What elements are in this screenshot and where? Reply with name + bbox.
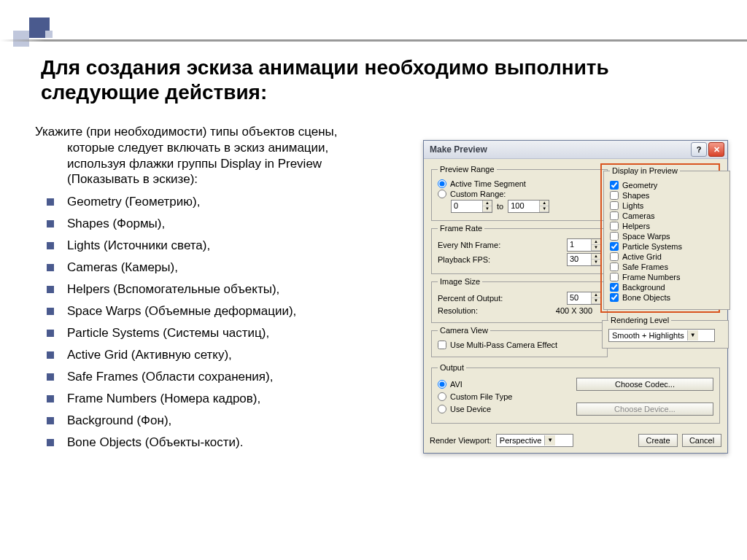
body-column: Укажите (при необходимости) типы объекто… (35, 124, 387, 457)
display-label: Safe Frames (622, 262, 668, 271)
display-item: Lights (610, 201, 724, 210)
display-item: Particle Systems (610, 242, 724, 251)
titlebar[interactable]: Make Preview ? ✕ (424, 141, 727, 159)
percent-output-input[interactable]: 50▲▼ (567, 292, 601, 305)
display-item: Shapes (610, 191, 724, 200)
display-checkbox[interactable] (610, 181, 619, 190)
camera-view-legend: Camera View (438, 326, 490, 335)
playback-fps-input[interactable]: 30▲▼ (567, 253, 601, 266)
resolution-label: Resolution: (438, 306, 478, 315)
range-to-input[interactable]: 100▲▼ (508, 200, 549, 213)
display-item: Helpers (610, 222, 724, 230)
choose-codec-button[interactable]: Choose Codec... (576, 378, 713, 391)
display-label: Bone Objects (622, 293, 670, 302)
output-avi-label: AVI (450, 380, 462, 389)
render-viewport-select[interactable]: Perspective ▼ (496, 434, 573, 447)
display-item: Background (610, 283, 724, 292)
rendering-level-group: Rendering Level Smooth + Highlights ▼ (602, 316, 729, 349)
create-button[interactable]: Create (638, 434, 678, 447)
resolution-value: 400 X 300 (556, 306, 601, 315)
bullet-item: Particle Systems (Системы частиц), (35, 326, 387, 341)
bullet-item: Bone Objects (Объекты-кости). (35, 435, 387, 450)
chevron-down-icon: ▼ (687, 330, 698, 341)
choose-device-button: Choose Device... (576, 402, 713, 416)
display-highlight-box: Display in Preview GeometryShapesLightsC… (600, 163, 720, 313)
display-checkbox[interactable] (610, 293, 619, 302)
display-in-preview-group: Display in Preview GeometryShapesLightsC… (603, 166, 730, 310)
rendering-level-select[interactable]: Smooth + Highlights ▼ (608, 329, 715, 342)
dialog-footer: Render Viewport: Perspective ▼ Create Ca… (424, 431, 727, 453)
display-label: Geometry (622, 181, 657, 190)
every-nth-label: Every Nth Frame: (438, 241, 500, 249)
preview-range-group: Preview Range Active Time Segment Custom… (431, 165, 608, 221)
display-item: Bone Objects (610, 293, 724, 302)
decor-square-small (45, 31, 53, 38)
output-device-label: Use Device (450, 405, 491, 413)
range-from-input[interactable]: 0▲▼ (451, 200, 492, 213)
display-label: Active Grid (622, 252, 662, 261)
multipass-label: Use Multi-Pass Camera Effect (450, 341, 557, 349)
bullet-item: Cameras (Камеры), (35, 260, 387, 275)
bullet-item: Lights (Источники света), (35, 238, 387, 253)
display-checkbox[interactable] (610, 222, 619, 230)
preview-range-legend: Preview Range (438, 165, 497, 174)
bullet-item: Helpers (Вспомогательные объекты), (35, 282, 387, 297)
camera-view-group: Camera View Use Multi-Pass Camera Effect (431, 326, 608, 357)
bullet-item: Shapes (Формы), (35, 217, 387, 231)
dialog-title: Make Preview (430, 144, 689, 155)
output-custom-label: Custom File Type (450, 392, 512, 401)
every-nth-input[interactable]: 1▲▼ (567, 238, 601, 252)
close-button[interactable]: ✕ (708, 142, 724, 157)
display-checkbox[interactable] (610, 283, 619, 292)
display-item: Active Grid (610, 252, 724, 261)
image-size-legend: Image Size (438, 277, 482, 286)
percent-output-label: Percent of Output: (438, 294, 503, 303)
decor-square-med (13, 31, 29, 47)
display-label: Helpers (622, 222, 650, 230)
display-checkbox[interactable] (610, 273, 619, 281)
range-to-label: to (497, 202, 503, 211)
frame-rate-legend: Frame Rate (438, 224, 484, 233)
bullet-item: Frame Numbers (Номера кадров), (35, 392, 387, 406)
output-legend: Output (438, 363, 466, 372)
rendering-level-legend: Rendering Level (608, 316, 671, 324)
output-group: Output AVI Choose Codec... Custom File T… (431, 363, 720, 424)
display-checkbox[interactable] (610, 262, 619, 271)
display-checkbox[interactable] (610, 191, 619, 200)
bullet-item: Active Grid (Активную сетку), (35, 348, 387, 362)
display-item: Frame Numbers (610, 273, 724, 281)
display-checkbox[interactable] (610, 242, 619, 251)
cancel-button[interactable]: Cancel (682, 434, 721, 447)
chevron-down-icon: ▼ (544, 435, 555, 446)
playback-fps-label: Playback FPS: (438, 255, 490, 264)
intro-paragraph: Укажите (при необходимости) типы объекто… (35, 124, 387, 187)
make-preview-dialog: Make Preview ? ✕ Preview Range Active Ti… (423, 140, 728, 454)
bullet-item: Safe Frames (Области сохранения), (35, 370, 387, 384)
display-label: Frame Numbers (622, 273, 680, 281)
bullet-item: Geometry (Геометрию), (35, 195, 387, 209)
display-item: Space Warps (610, 232, 724, 241)
multipass-checkbox[interactable] (438, 341, 446, 349)
display-label: Cameras (622, 211, 655, 220)
output-device-radio[interactable] (438, 405, 446, 413)
active-time-radio[interactable] (438, 179, 446, 188)
bullet-item: Background (Фон), (35, 413, 387, 428)
display-label: Space Warps (622, 232, 670, 241)
output-custom-radio[interactable] (438, 392, 446, 401)
header-rule (0, 39, 747, 42)
bullet-item: Space Warps (Объемные деформации), (35, 304, 387, 319)
render-viewport-label: Render Viewport: (430, 436, 492, 445)
display-checkbox[interactable] (610, 252, 619, 261)
display-checkbox[interactable] (610, 232, 619, 241)
help-button[interactable]: ? (691, 142, 707, 157)
display-checkbox[interactable] (610, 201, 619, 210)
custom-range-radio[interactable] (438, 190, 446, 198)
output-avi-radio[interactable] (438, 380, 446, 389)
display-label: Shapes (622, 191, 649, 200)
display-label: Particle Systems (622, 242, 682, 251)
display-checkbox[interactable] (610, 211, 619, 220)
display-legend: Display in Preview (610, 166, 680, 175)
image-size-group: Image Size Percent of Output: 50▲▼ Resol… (431, 277, 608, 323)
display-label: Lights (622, 201, 643, 210)
display-label: Background (622, 283, 665, 292)
